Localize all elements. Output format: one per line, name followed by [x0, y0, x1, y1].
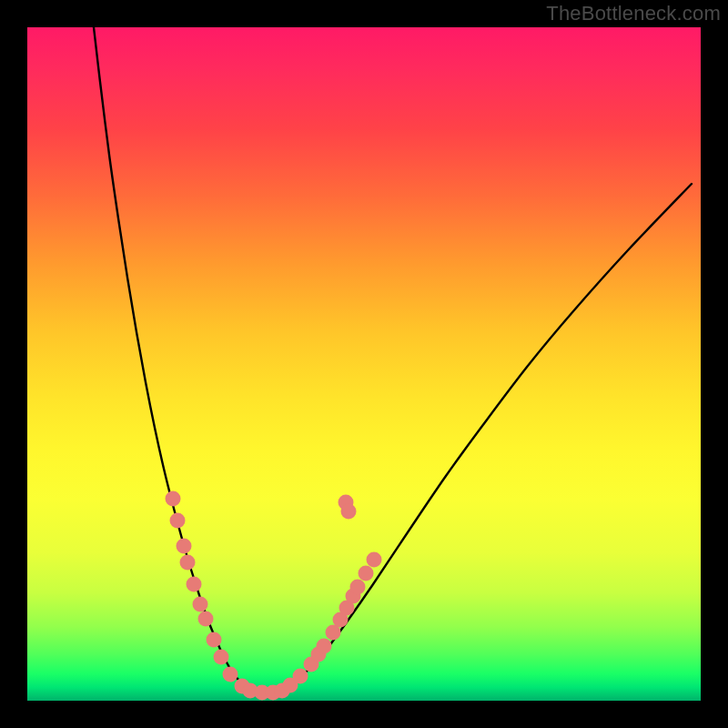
data-point [367, 552, 382, 568]
data-point [170, 513, 186, 529]
data-point [214, 650, 229, 665]
data-point [180, 555, 196, 571]
data-point [207, 632, 222, 648]
plot-svg [27, 27, 701, 701]
plot-area [27, 27, 701, 701]
data-point [341, 504, 357, 520]
v-curve [94, 27, 692, 693]
data-point [187, 577, 202, 592]
data-point [350, 580, 366, 595]
data-point [166, 491, 181, 507]
data-point [223, 667, 238, 682]
outer-frame: TheBottleneck.com [0, 0, 728, 728]
data-point [359, 566, 374, 581]
data-point [317, 639, 332, 654]
data-point [177, 539, 192, 554]
data-point [198, 612, 214, 627]
data-point [293, 669, 308, 684]
watermark-text: TheBottleneck.com [546, 2, 721, 25]
data-point [193, 597, 208, 612]
